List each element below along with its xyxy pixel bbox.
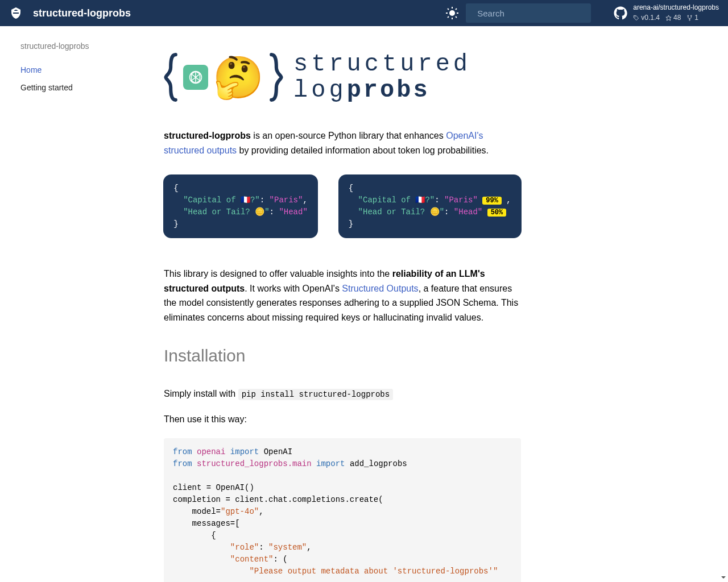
svg-point-13 <box>688 15 689 16</box>
installation-heading: Installation <box>164 342 521 369</box>
header-title: structured-logprobs <box>33 5 445 22</box>
svg-line-7 <box>448 16 449 18</box>
thinking-emoji: 🤔 <box>213 57 264 98</box>
repo-stars: 48 <box>673 14 681 23</box>
search-box[interactable] <box>466 3 591 23</box>
repo-stats: v0.1.4 48 1 <box>633 14 719 23</box>
svg-line-5 <box>448 9 449 10</box>
diagram: { "Capital of 🇫🇷?": "Paris", "Head or Ta… <box>164 174 521 238</box>
sidebar-item-home[interactable]: Home <box>14 61 130 78</box>
repo-name: arena-ai/structured-logprobs <box>633 3 719 13</box>
json-box-left: { "Capital of 🇫🇷?": "Paris", "Head or Ta… <box>163 174 317 238</box>
svg-point-11 <box>635 17 635 18</box>
svg-marker-12 <box>666 15 671 20</box>
search-input[interactable] <box>477 9 585 18</box>
svg-line-6 <box>456 16 457 18</box>
pip-install-code: pip install structured-logprobs <box>238 389 393 400</box>
tag-icon <box>633 15 639 21</box>
pct-badge: 99% <box>482 197 502 205</box>
github-icon <box>614 6 627 20</box>
repo-forks: 1 <box>694 14 698 23</box>
paragraph-reliability: This library is designed to offer valuab… <box>164 267 521 325</box>
hero-text: structured logprobs <box>293 51 471 103</box>
scroll-down-icon[interactable] <box>720 574 727 581</box>
left-brace-icon <box>164 49 179 106</box>
sidebar-item-getting-started[interactable]: Getting started <box>14 79 130 96</box>
main-content: 🤔 structured logprobs structured-logprob… <box>136 26 535 582</box>
intro-paragraph: structured-logprobs is an open-source Py… <box>164 128 521 157</box>
pct-badge: 50% <box>487 209 507 217</box>
usage-line: Then use it this way: <box>164 412 521 427</box>
openai-icon <box>183 65 208 90</box>
repo-version: v0.1.4 <box>641 14 660 23</box>
theme-toggle-icon[interactable] <box>445 6 459 20</box>
sidebar-title: structured-logprobs <box>14 40 130 52</box>
code-example: from openai import OpenAI from structure… <box>164 438 521 582</box>
svg-point-14 <box>691 15 692 16</box>
svg-point-0 <box>449 10 455 16</box>
right-brace-icon <box>268 49 283 106</box>
svg-line-8 <box>456 9 457 10</box>
json-box-right: { "Capital of 🇫🇷?": "Paris" 99% , "Head … <box>338 174 522 238</box>
sidebar: structured-logprobs Home Getting started <box>0 26 136 582</box>
install-line: Simply install with pip install structur… <box>164 386 521 401</box>
hero-line1: structured <box>293 51 471 77</box>
repo-link[interactable]: arena-ai/structured-logprobs v0.1.4 48 1 <box>614 3 719 22</box>
hero: 🤔 structured logprobs <box>164 49 521 106</box>
star-icon <box>665 15 672 21</box>
logo-icon[interactable] <box>9 6 23 20</box>
fork-icon <box>686 15 693 21</box>
svg-point-15 <box>689 20 690 21</box>
structured-outputs-link[interactable]: Structured Outputs <box>342 284 418 293</box>
header: structured-logprobs arena-ai/structured-… <box>0 0 728 26</box>
